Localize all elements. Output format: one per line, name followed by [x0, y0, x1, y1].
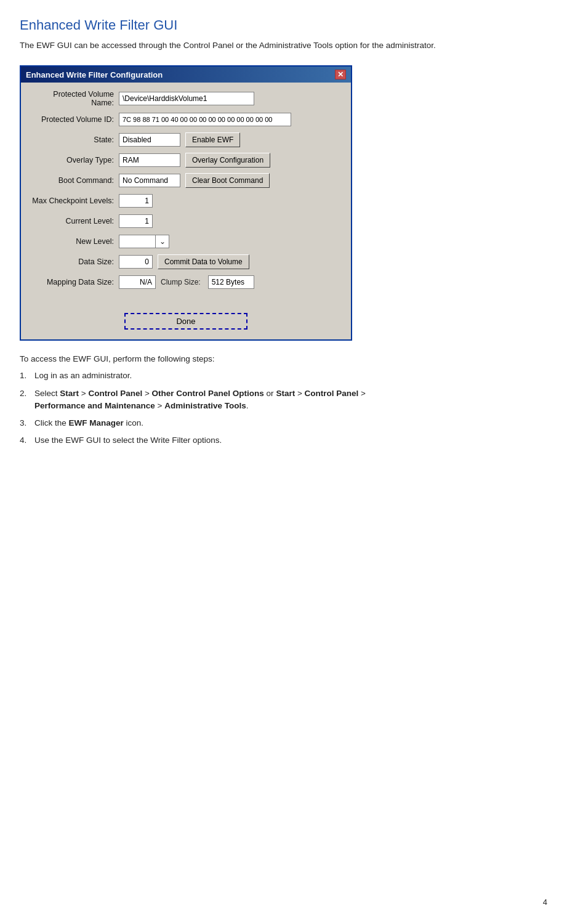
step-3-ewf-manager: EWF Manager	[69, 418, 124, 428]
clear-boot-command-button[interactable]: Clear Boot Command	[185, 173, 270, 188]
new-level-label: New Level:	[30, 237, 119, 246]
step-3-num: 3.	[20, 417, 31, 429]
new-level-dropdown-arrow[interactable]: ⌄	[156, 235, 169, 248]
current-level-label: Current Level:	[30, 217, 119, 225]
step-1-num: 1.	[20, 370, 31, 382]
new-level-dropdown-wrapper: ⌄	[119, 235, 169, 248]
step-2-control-panel-2: Control Panel	[305, 389, 359, 398]
boot-command-input[interactable]	[119, 174, 180, 187]
protected-volume-name-input[interactable]	[119, 92, 254, 105]
done-button[interactable]: Done	[124, 313, 247, 330]
state-row: State: Enable EWF	[30, 132, 342, 148]
state-label: State:	[30, 136, 119, 144]
boot-command-label: Boot Command:	[30, 176, 119, 185]
clump-size-label: Clump Size:	[161, 278, 201, 286]
steps-list: 1. Log in as an administrator. 2. Select…	[20, 370, 547, 447]
step-3-text: Click the EWF Manager icon.	[34, 417, 143, 429]
new-level-input[interactable]	[119, 235, 156, 248]
boot-command-row: Boot Command: Clear Boot Command	[30, 172, 342, 188]
step-4-num: 4.	[20, 434, 31, 447]
current-level-row: Current Level:	[30, 213, 342, 229]
done-row: Done	[30, 313, 342, 330]
dialog-body: Protected Volume Name: Protected Volume …	[21, 83, 351, 339]
protected-volume-id-row: Protected Volume ID:	[30, 111, 342, 128]
step-3: 3. Click the EWF Manager icon.	[20, 417, 547, 429]
step-2-start: Start	[60, 389, 79, 398]
clump-size-input[interactable]	[208, 275, 254, 289]
protected-volume-id-label: Protected Volume ID:	[30, 115, 119, 124]
state-input[interactable]	[119, 133, 180, 147]
protected-volume-name-row: Protected Volume Name:	[30, 90, 342, 107]
step-4: 4. Use the EWF GUI to select the Write F…	[20, 434, 547, 447]
new-level-row: New Level: ⌄	[30, 233, 342, 249]
step-2-performance: Performance and Maintenance	[34, 401, 155, 410]
step-2-text: Select Start > Control Panel > Other Con…	[34, 387, 366, 413]
data-size-label: Data Size:	[30, 257, 119, 266]
overlay-type-label: Overlay Type:	[30, 156, 119, 164]
current-level-input[interactable]	[119, 214, 153, 228]
step-2-start-2: Start	[276, 389, 295, 398]
page-title: Enhanced Write Filter GUI	[20, 17, 547, 33]
dialog-title: Enhanced Write Filter Configuration	[26, 70, 163, 79]
step-2-admin-tools: Administrative Tools	[164, 401, 246, 410]
step-2: 2. Select Start > Control Panel > Other …	[20, 387, 547, 413]
data-size-input[interactable]	[119, 255, 153, 269]
overlay-type-row: Overlay Type: Overlay Configuration	[30, 152, 342, 168]
overlay-type-input[interactable]	[119, 153, 180, 167]
clump-size-group: Clump Size:	[161, 275, 254, 289]
dialog-titlebar: Enhanced Write Filter Configuration ✕	[21, 67, 351, 83]
step-2-other-options: Other Control Panel Options	[152, 389, 264, 398]
overlay-configuration-button[interactable]: Overlay Configuration	[185, 153, 270, 168]
page-number: 4	[543, 898, 547, 907]
commit-data-button[interactable]: Commit Data to Volume	[158, 254, 249, 269]
step-1: 1. Log in as an administrator.	[20, 370, 547, 382]
step-2-num: 2.	[20, 387, 31, 413]
mapping-data-size-input[interactable]	[119, 275, 156, 289]
steps-intro: To access the EWF GUI, perform the follo…	[20, 354, 547, 363]
step-1-text: Log in as an administrator.	[34, 370, 132, 382]
max-checkpoint-row: Max Checkpoint Levels:	[30, 193, 342, 209]
ewf-dialog: Enhanced Write Filter Configuration ✕ Pr…	[20, 65, 352, 341]
max-checkpoint-label: Max Checkpoint Levels:	[30, 197, 119, 205]
protected-volume-name-label: Protected Volume Name:	[30, 90, 119, 107]
step-4-text: Use the EWF GUI to select the Write Filt…	[34, 434, 222, 447]
data-size-row: Data Size: Commit Data to Volume	[30, 254, 342, 270]
spacer	[30, 294, 342, 304]
mapping-data-size-label: Mapping Data Size:	[30, 278, 119, 286]
max-checkpoint-input[interactable]	[119, 194, 153, 208]
intro-paragraph: The EWF GUI can be accessed through the …	[20, 39, 547, 52]
step-2-control-panel-1: Control Panel	[88, 389, 142, 398]
dialog-close-button[interactable]: ✕	[335, 70, 346, 79]
mapping-data-size-row: Mapping Data Size: Clump Size:	[30, 274, 342, 290]
enable-ewf-button[interactable]: Enable EWF	[185, 132, 240, 147]
protected-volume-id-input[interactable]	[119, 113, 291, 126]
